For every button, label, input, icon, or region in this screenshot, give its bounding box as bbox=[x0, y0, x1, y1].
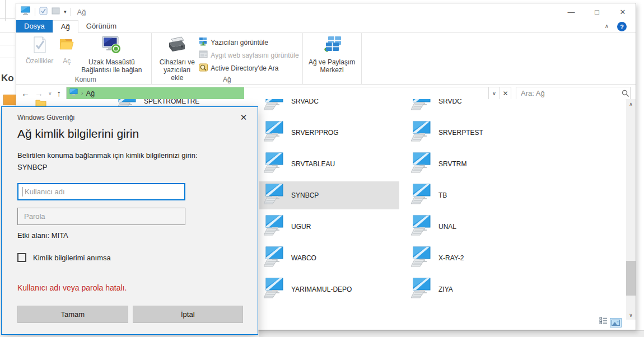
view-printers-button[interactable]: Yazıcıları görüntüle bbox=[199, 37, 298, 48]
password-field[interactable] bbox=[17, 208, 185, 225]
computer-name: SRVERPPROG bbox=[291, 129, 338, 137]
scroll-up-icon[interactable]: ∧ bbox=[626, 99, 636, 109]
background-orange-cell bbox=[3, 95, 16, 105]
close-button[interactable]: ✕ bbox=[610, 3, 636, 20]
webpage-icon bbox=[199, 50, 208, 60]
computer-icon bbox=[264, 99, 284, 114]
list-item-computer[interactable]: UNAL bbox=[407, 213, 547, 241]
breadcrumb: › Ağ bbox=[67, 88, 95, 98]
search-icon[interactable] bbox=[622, 90, 629, 97]
tab-file[interactable]: Dosya bbox=[16, 20, 53, 32]
computer-name: SRVTABLEAU bbox=[291, 160, 335, 168]
cancel-button[interactable]: İptal bbox=[133, 306, 244, 323]
list-item-computer[interactable]: SRVTRM bbox=[407, 150, 547, 178]
username-field[interactable] bbox=[17, 183, 185, 200]
search-active-directory-button[interactable]: Active Directory'de Ara bbox=[199, 63, 298, 73]
network-computer-icon bbox=[69, 88, 78, 98]
background-window-line bbox=[0, 58, 15, 58]
computer-icon bbox=[411, 184, 431, 208]
background-clipped-text: Ko bbox=[1, 73, 14, 84]
stop-refresh-icon[interactable]: ✕ bbox=[500, 87, 511, 100]
view-device-webpage-button[interactable]: Aygıt web sayfasını görüntüle bbox=[199, 50, 298, 60]
properties-icon bbox=[31, 36, 48, 57]
network-computer-icon bbox=[21, 6, 31, 17]
computer-name: SRVDC bbox=[438, 99, 462, 105]
thumbnail-view-button[interactable] bbox=[610, 318, 622, 327]
printer-icon bbox=[167, 36, 187, 58]
dialog-title: Windows Güvenliği bbox=[17, 114, 74, 121]
computer-icon bbox=[411, 152, 431, 176]
computer-name: TB bbox=[438, 191, 447, 199]
ribbon-collapse-icon[interactable]: ∧ bbox=[605, 23, 609, 29]
tab-view[interactable]: Görünüm bbox=[78, 20, 124, 32]
ribbon: Özellikler Aç Uzak Masaüstü Bağlantısı i… bbox=[16, 33, 636, 85]
computer-icon bbox=[411, 99, 431, 114]
forward-icon[interactable]: → bbox=[35, 88, 43, 98]
computer-icon bbox=[411, 278, 431, 302]
scroll-down-icon[interactable]: ∨ bbox=[626, 310, 636, 320]
properties-button[interactable]: Özellikler bbox=[23, 35, 56, 66]
list-item-computer[interactable]: SRVADC bbox=[259, 99, 399, 115]
nsc-label-line2: Merkezi bbox=[320, 66, 344, 74]
properties-label: Özellikler bbox=[26, 57, 53, 65]
computer-name: SPEKTROMETRE bbox=[144, 99, 199, 105]
open-button[interactable]: Aç bbox=[56, 35, 77, 66]
network-printers-icon bbox=[199, 37, 208, 48]
computer-icon bbox=[264, 152, 284, 176]
tab-network[interactable]: Ağ bbox=[53, 20, 78, 33]
qat-customize-caret-icon[interactable]: ▾ bbox=[64, 10, 67, 15]
add-devices-label-line1: Cihazları ve bbox=[160, 58, 195, 66]
open-label: Aç bbox=[63, 57, 71, 65]
open-folder-icon bbox=[59, 36, 74, 57]
list-item-computer[interactable]: X-RAY-2 bbox=[407, 244, 547, 272]
address-bar[interactable]: › Ağ ∨ ✕ bbox=[66, 87, 511, 100]
list-item-computer[interactable]: SRVTABLEAU bbox=[259, 150, 399, 178]
remote-desktop-button[interactable]: Uzak Masaüstü Bağlantısı ile bağlan bbox=[77, 35, 146, 75]
search-box bbox=[516, 87, 631, 100]
vertical-scrollbar[interactable]: ∧ ∨ bbox=[626, 99, 636, 320]
search-input[interactable] bbox=[516, 89, 622, 97]
scrollbar-thumb[interactable] bbox=[626, 261, 636, 296]
list-item-computer[interactable]: TB bbox=[407, 181, 547, 209]
list-item-computer[interactable]: UGUR bbox=[259, 213, 399, 241]
nsc-label-line1: Ağ ve Paylaşım bbox=[309, 58, 355, 66]
up-icon[interactable]: ↑ bbox=[57, 88, 62, 98]
computer-icon bbox=[264, 215, 284, 239]
network-sharing-center-button[interactable]: Ağ ve Paylaşım Merkezi bbox=[305, 35, 359, 75]
ok-button[interactable]: Tamam bbox=[17, 306, 128, 323]
computer-name: SYNBCP bbox=[291, 191, 319, 199]
back-icon[interactable]: ← bbox=[21, 88, 30, 98]
separator bbox=[35, 8, 35, 16]
recent-locations-icon[interactable]: ∨ bbox=[48, 91, 52, 96]
computer-icon bbox=[411, 215, 431, 239]
help-icon[interactable]: ? bbox=[617, 22, 627, 31]
title-bar: ▾ Ağ — □ ✕ bbox=[16, 3, 636, 20]
dialog-close-icon[interactable]: ✕ bbox=[237, 111, 250, 124]
computer-name: SRVTRM bbox=[438, 160, 466, 168]
minimize-button[interactable]: — bbox=[558, 3, 584, 20]
network-sharing-center-icon bbox=[322, 36, 342, 58]
remember-checkbox[interactable] bbox=[17, 253, 26, 262]
computer-name: UNAL bbox=[438, 223, 456, 231]
computer-name: UGUR bbox=[291, 223, 311, 231]
error-message: Kullanıcı adı veya parola hatalı. bbox=[17, 283, 127, 292]
list-item-computer[interactable]: SYNBCP bbox=[259, 181, 399, 209]
computer-icon bbox=[411, 121, 431, 145]
breadcrumb-network[interactable]: Ağ bbox=[86, 89, 95, 97]
qat-properties-icon[interactable] bbox=[39, 7, 48, 17]
list-item-computer[interactable]: YARIMAMUL-DEPO bbox=[259, 275, 399, 303]
computer-icon bbox=[264, 184, 284, 208]
maximize-button[interactable]: □ bbox=[584, 3, 610, 20]
list-item-computer[interactable]: ZIYA bbox=[407, 275, 547, 303]
remember-credentials-row: Kimlik bilgilerimi anımsa bbox=[17, 253, 111, 262]
details-view-button[interactable] bbox=[599, 316, 608, 326]
list-item-computer[interactable]: SRVERPTEST bbox=[407, 119, 547, 147]
qat-folder-icon[interactable] bbox=[52, 7, 60, 17]
breadcrumb-chevron-icon: › bbox=[81, 90, 83, 96]
list-item-computer[interactable]: SRVDC bbox=[407, 99, 547, 115]
address-dropdown-icon[interactable]: ∨ bbox=[488, 87, 500, 100]
list-item-computer[interactable]: SRVERPPROG bbox=[259, 119, 399, 147]
list-item-computer[interactable]: WABCO bbox=[259, 244, 399, 272]
background-window-line bbox=[0, 45, 15, 45]
network-small-buttons: Yazıcıları görüntüle Aygıt web sayfasını… bbox=[199, 35, 298, 73]
